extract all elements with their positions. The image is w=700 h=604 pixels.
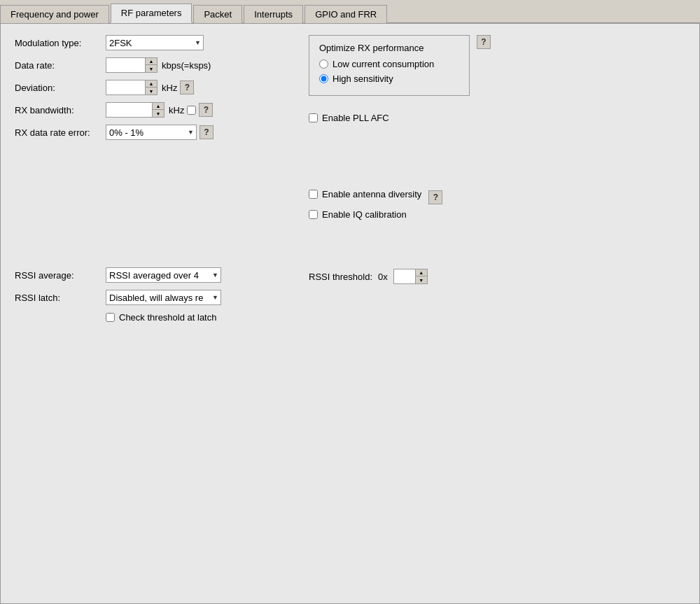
enable-iq-calibration-row: Enable IQ calibration: [309, 209, 421, 220]
deviation-label: Deviation:: [15, 83, 106, 93]
optimize-rx-title: Optimize RX performance: [319, 43, 459, 53]
deviation-up-button[interactable]: ▲: [146, 80, 157, 87]
right-column: Optimize RX performance Low current cons…: [309, 35, 685, 147]
tab-content: Modulation type: 2FSK GFSK OOK 4FSK Data…: [0, 24, 700, 604]
rssi-threshold-up-button[interactable]: ▲: [416, 269, 427, 276]
rssi-threshold-spinner: FF ▲ ▼: [393, 269, 428, 284]
tab-frequency-power[interactable]: Frequency and power: [0, 5, 109, 23]
deviation-spinner-buttons: ▲ ▼: [145, 80, 157, 94]
rx-bandwidth-down-button[interactable]: ▼: [153, 110, 164, 117]
modulation-type-row: Modulation type: 2FSK GFSK OOK 4FSK: [15, 35, 281, 50]
rx-data-rate-error-label: RX data rate error:: [15, 127, 106, 138]
data-rate-controls: 10.000 ▲ ▼ kbps(=ksps): [106, 57, 211, 73]
rssi-average-row: RSSI average: RSSI averaged over 4 RSSI …: [15, 267, 281, 283]
rssi-latch-select-wrapper: Disabled, will always re Latch on sync: [106, 290, 221, 305]
rssi-latch-controls: Disabled, will always re Latch on sync: [106, 290, 221, 305]
rx-data-rate-error-controls: 0% - 1% 1% - 2% 2% - 5% ?: [106, 125, 214, 140]
enable-pll-afc-checkbox[interactable]: [309, 113, 318, 122]
data-rate-input[interactable]: 10.000: [106, 58, 145, 72]
modulation-type-label: Modulation type:: [15, 38, 106, 48]
antenna-checkboxes: Enable antenna diversity Enable IQ calib…: [309, 189, 421, 225]
deviation-row: Deviation: 20.000 ▲ ▼ kHz ?: [15, 80, 281, 95]
data-rate-spinner: 10.000 ▲ ▼: [106, 57, 158, 73]
data-rate-up-button[interactable]: ▲: [146, 58, 157, 65]
rx-bandwidth-label: RX bandwidth:: [15, 105, 106, 115]
data-rate-label: Data rate:: [15, 60, 106, 71]
data-rate-spinner-buttons: ▲ ▼: [145, 58, 157, 72]
enable-antenna-diversity-label: Enable antenna diversity: [322, 189, 421, 199]
low-current-radio-row: Low current consumption: [319, 59, 459, 69]
optimize-rx-box: Optimize RX performance Low current cons…: [309, 35, 470, 96]
rssi-section: RSSI average: RSSI averaged over 4 RSSI …: [15, 267, 685, 323]
rx-bandwidth-spinner: Auto-Calc ▲ ▼: [106, 102, 164, 118]
high-sensitivity-radio[interactable]: [319, 74, 328, 83]
rx-bandwidth-controls: Auto-Calc ▲ ▼ kHz ?: [106, 102, 213, 118]
enable-iq-calibration-label: Enable IQ calibration: [322, 209, 407, 220]
rssi-right: RSSI threshold: 0x FF ▲ ▼: [309, 269, 685, 284]
rssi-latch-select[interactable]: Disabled, will always re Latch on sync: [106, 290, 221, 305]
tab-label: Packet: [204, 9, 232, 20]
rssi-latch-label: RSSI latch:: [15, 293, 106, 303]
enable-pll-afc-row: Enable PLL AFC: [309, 113, 685, 123]
rx-data-rate-error-help-button[interactable]: ?: [200, 125, 214, 139]
rssi-latch-row: RSSI latch: Disabled, will always re Lat…: [15, 290, 281, 305]
antenna-section: Enable antenna diversity Enable IQ calib…: [309, 189, 442, 225]
tab-label: GPIO and FRR: [315, 9, 377, 20]
rx-bandwidth-input[interactable]: Auto-Calc: [106, 103, 152, 117]
tab-packet[interactable]: Packet: [193, 5, 242, 23]
tab-bar: Frequency and power RF parameters Packet…: [0, 0, 700, 24]
rssi-threshold-input[interactable]: FF: [394, 269, 415, 283]
rx-bandwidth-spinner-buttons: ▲ ▼: [152, 103, 164, 117]
tab-label: RF parameters: [121, 8, 182, 18]
optimize-rx-help-button[interactable]: ?: [477, 35, 491, 49]
enable-antenna-diversity-row: Enable antenna diversity: [309, 189, 421, 199]
data-rate-row: Data rate: 10.000 ▲ ▼ kbps(=ksps): [15, 57, 281, 73]
deviation-unit: kHz: [162, 83, 177, 93]
enable-pll-afc-label: Enable PLL AFC: [322, 113, 389, 123]
deviation-controls: 20.000 ▲ ▼ kHz ?: [106, 80, 194, 95]
rssi-threshold-label: RSSI threshold:: [309, 272, 372, 282]
rx-bandwidth-unit: kHz: [169, 105, 184, 115]
enable-iq-calibration-checkbox[interactable]: [309, 210, 318, 219]
left-column: Modulation type: 2FSK GFSK OOK 4FSK Data…: [15, 35, 281, 147]
high-sensitivity-radio-row: High sensitivity: [319, 73, 459, 84]
tab-label: Interrupts: [254, 9, 293, 20]
modulation-type-select-wrapper: 2FSK GFSK OOK 4FSK: [106, 35, 204, 50]
rssi-threshold-spinner-buttons: ▲ ▼: [415, 269, 427, 283]
antenna-section-wrapper: Enable antenna diversity Enable IQ calib…: [15, 189, 685, 225]
rx-data-rate-error-select[interactable]: 0% - 1% 1% - 2% 2% - 5%: [106, 125, 197, 140]
check-threshold-row: Check threshold at latch: [15, 312, 281, 323]
data-rate-down-button[interactable]: ▼: [146, 65, 157, 72]
rssi-left: RSSI average: RSSI averaged over 4 RSSI …: [15, 267, 281, 323]
modulation-type-controls: 2FSK GFSK OOK 4FSK: [106, 35, 204, 50]
rx-bandwidth-row: RX bandwidth: Auto-Calc ▲ ▼ kHz ?: [15, 102, 281, 118]
modulation-type-select[interactable]: 2FSK GFSK OOK 4FSK: [106, 35, 204, 50]
check-threshold-checkbox[interactable]: [106, 313, 115, 322]
rx-data-rate-error-select-wrapper: 0% - 1% 1% - 2% 2% - 5%: [106, 125, 197, 140]
antenna-left-spacer: [15, 189, 281, 225]
tab-rf-parameters[interactable]: RF parameters: [111, 3, 192, 23]
deviation-down-button[interactable]: ▼: [146, 87, 157, 94]
rssi-average-select[interactable]: RSSI averaged over 4 RSSI averaged over …: [106, 267, 221, 283]
main-form-section: Modulation type: 2FSK GFSK OOK 4FSK Data…: [15, 35, 685, 147]
deviation-help-button[interactable]: ?: [180, 80, 194, 94]
high-sensitivity-label: High sensitivity: [332, 73, 393, 84]
low-current-label: Low current consumption: [332, 59, 434, 69]
deviation-input[interactable]: 20.000: [106, 80, 145, 94]
tab-interrupts[interactable]: Interrupts: [244, 5, 303, 23]
tab-gpio-frr[interactable]: GPIO and FRR: [304, 5, 387, 23]
deviation-spinner: 20.000 ▲ ▼: [106, 80, 158, 95]
enable-antenna-diversity-checkbox[interactable]: [309, 190, 318, 199]
tab-label: Frequency and power: [10, 9, 99, 20]
optimize-rx-section: Optimize RX performance Low current cons…: [309, 35, 685, 96]
rssi-hex-prefix: 0x: [378, 272, 388, 282]
antenna-help-button[interactable]: ?: [428, 190, 442, 204]
low-current-radio[interactable]: [319, 59, 328, 69]
rx-bandwidth-up-button[interactable]: ▲: [153, 103, 164, 110]
rx-bandwidth-help-button[interactable]: ?: [199, 103, 213, 117]
check-threshold-label: Check threshold at latch: [119, 312, 216, 323]
rssi-average-controls: RSSI averaged over 4 RSSI averaged over …: [106, 267, 221, 283]
rx-bandwidth-checkbox[interactable]: [187, 106, 196, 115]
rssi-threshold-down-button[interactable]: ▼: [416, 276, 427, 283]
rssi-average-label: RSSI average:: [15, 270, 106, 281]
